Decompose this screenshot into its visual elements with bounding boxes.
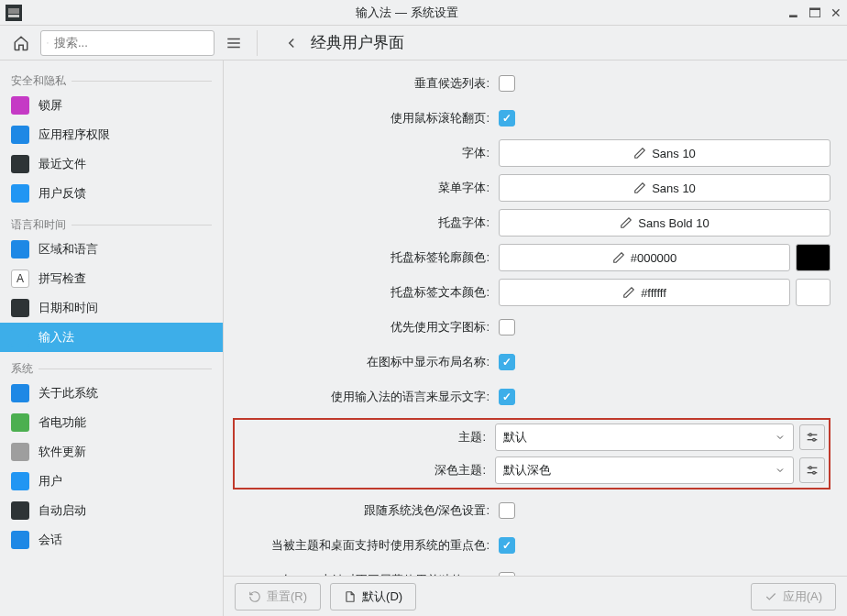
sidebar-item-icon — [11, 472, 29, 490]
home-button[interactable] — [7, 29, 35, 57]
dark-theme-config-button[interactable] — [799, 457, 825, 483]
search-icon — [47, 37, 49, 50]
close-button[interactable]: ✕ — [830, 6, 842, 20]
theme-select[interactable]: 默认 — [495, 424, 794, 451]
svg-rect-0 — [8, 8, 19, 14]
sidebar-item-label: 应用程序权限 — [38, 126, 110, 143]
sidebar-item[interactable]: A拼写检查 — [0, 264, 223, 293]
back-button[interactable] — [278, 29, 305, 57]
sidebar-item[interactable]: 日期和时间 — [0, 293, 223, 323]
tray-text-swatch[interactable] — [796, 279, 830, 306]
tray-outline-color-button[interactable]: #000000 — [499, 244, 790, 271]
sidebar-item-icon — [11, 155, 29, 173]
content: 垂直候选列表: 使用鼠标滚轮翻页: 字体: Sans 10 — [224, 60, 847, 616]
label-font: 字体: — [233, 145, 499, 161]
sidebar-item-icon — [11, 501, 29, 520]
sidebar-item-label: 用户 — [38, 473, 62, 490]
sidebar-item[interactable]: 省电功能 — [0, 408, 223, 437]
sidebar-item-label: 拼写检查 — [38, 270, 86, 287]
pencil-icon — [633, 147, 646, 160]
sidebar-item-icon — [11, 299, 29, 317]
sidebar: 安全和隐私锁屏应用程序权限最近文件用户反馈语言和时间区域和语言A拼写检查日期和时… — [0, 60, 224, 616]
sidebar-item[interactable]: 关于此系统 — [0, 379, 223, 408]
sidebar-item-label: 最近文件 — [38, 156, 86, 172]
sidebar-item-label: 会话 — [38, 532, 62, 548]
sidebar-item-label: 日期和时间 — [38, 300, 98, 316]
hamburger-menu-button[interactable] — [220, 29, 248, 57]
sidebar-item-label: 锁屏 — [38, 97, 62, 114]
check-icon — [764, 590, 777, 603]
checkbox-prefer-text-icon[interactable] — [499, 319, 515, 336]
sidebar-category: 语言和时间 — [0, 208, 223, 235]
reset-button[interactable]: 重置(R) — [235, 583, 321, 610]
sidebar-item-icon — [11, 184, 29, 203]
sidebar-item[interactable]: 会话 — [0, 525, 223, 555]
label-dark-theme: 深色主题: — [238, 462, 495, 478]
pencil-icon — [633, 182, 646, 194]
sidebar-item-icon — [11, 328, 29, 346]
sidebar-item-icon — [11, 384, 29, 402]
app-icon — [6, 5, 22, 21]
checkbox-follow-system[interactable] — [499, 502, 515, 519]
sidebar-item-label: 关于此系统 — [38, 385, 98, 402]
label-vertical-list: 垂直候选列表: — [233, 75, 499, 92]
defaults-button[interactable]: 默认(D) — [330, 583, 416, 610]
label-prefer-text-icon: 优先使用文字图标: — [233, 319, 499, 336]
sidebar-item-icon — [11, 126, 29, 144]
checkbox-vertical-list[interactable] — [499, 75, 515, 92]
chevron-down-icon — [775, 432, 786, 443]
label-tray-font: 托盘字体: — [233, 214, 499, 231]
checkbox-use-accent[interactable] — [499, 537, 515, 554]
sliders-icon — [805, 463, 820, 478]
sidebar-item-icon — [11, 240, 29, 258]
label-menu-font: 菜单字体: — [233, 180, 499, 196]
tray-font-button[interactable]: Sans Bold 10 — [499, 209, 830, 236]
sidebar-item[interactable]: 锁屏 — [0, 91, 223, 120]
toolbar: 经典用户界面 — [0, 26, 847, 60]
svg-rect-1 — [8, 15, 19, 17]
checkbox-use-im-lang[interactable] — [499, 389, 515, 405]
undo-icon — [248, 590, 261, 603]
sidebar-item[interactable]: 用户 — [0, 467, 223, 496]
tray-text-color-button[interactable]: #ffffff — [499, 279, 790, 306]
maximize-button[interactable]: 🗖 — [808, 6, 821, 20]
label-tray-text: 托盘标签文本颜色: — [233, 284, 499, 301]
theme-config-button[interactable] — [799, 424, 825, 450]
label-show-layout-name: 在图标中显示布局名称: — [233, 354, 499, 370]
sidebar-item-icon — [11, 96, 29, 115]
svg-point-12 — [809, 467, 812, 469]
sidebar-item-label: 软件更新 — [38, 444, 86, 460]
search-input[interactable] — [40, 30, 214, 56]
checkbox-show-layout-name[interactable] — [499, 354, 515, 370]
svg-point-2 — [47, 42, 48, 43]
font-button[interactable]: Sans 10 — [499, 139, 830, 167]
sidebar-item[interactable]: 最近文件 — [0, 149, 223, 179]
sidebar-item[interactable]: 输入法 — [0, 323, 223, 352]
tray-outline-swatch[interactable] — [796, 244, 830, 271]
sidebar-item-label: 用户反馈 — [38, 185, 86, 202]
sidebar-item-label: 输入法 — [38, 329, 74, 346]
sliders-icon — [805, 430, 820, 445]
minimize-button[interactable]: 🗕 — [786, 6, 799, 20]
sidebar-item[interactable]: 软件更新 — [0, 437, 223, 467]
label-theme: 主题: — [238, 429, 495, 446]
sidebar-item[interactable]: 应用程序权限 — [0, 120, 223, 149]
checkbox-scroll-page[interactable] — [499, 110, 515, 126]
sidebar-item[interactable]: 自动启动 — [0, 496, 223, 525]
sidebar-item[interactable]: 用户反馈 — [0, 179, 223, 208]
sidebar-item-label: 自动启动 — [38, 502, 86, 519]
form-area: 垂直候选列表: 使用鼠标滚轮翻页: 字体: Sans 10 — [224, 60, 847, 576]
divider — [257, 30, 258, 56]
pencil-icon — [620, 216, 632, 229]
window-title: 输入法 — 系统设置 — [28, 5, 786, 21]
label-tray-outline: 托盘标签轮廓颜色: — [233, 249, 499, 266]
titlebar: 输入法 — 系统设置 🗕 🗖 ✕ — [0, 0, 847, 26]
dark-theme-select[interactable]: 默认深色 — [495, 456, 794, 484]
pencil-icon — [612, 251, 625, 264]
menu-font-button[interactable]: Sans 10 — [499, 174, 830, 202]
page-title: 经典用户界面 — [311, 32, 404, 53]
sidebar-item[interactable]: 区域和语言 — [0, 235, 223, 264]
svg-point-14 — [813, 471, 816, 474]
label-use-im-lang: 使用输入法的语言来显示文字: — [233, 389, 499, 405]
apply-button[interactable]: 应用(A) — [751, 583, 836, 610]
